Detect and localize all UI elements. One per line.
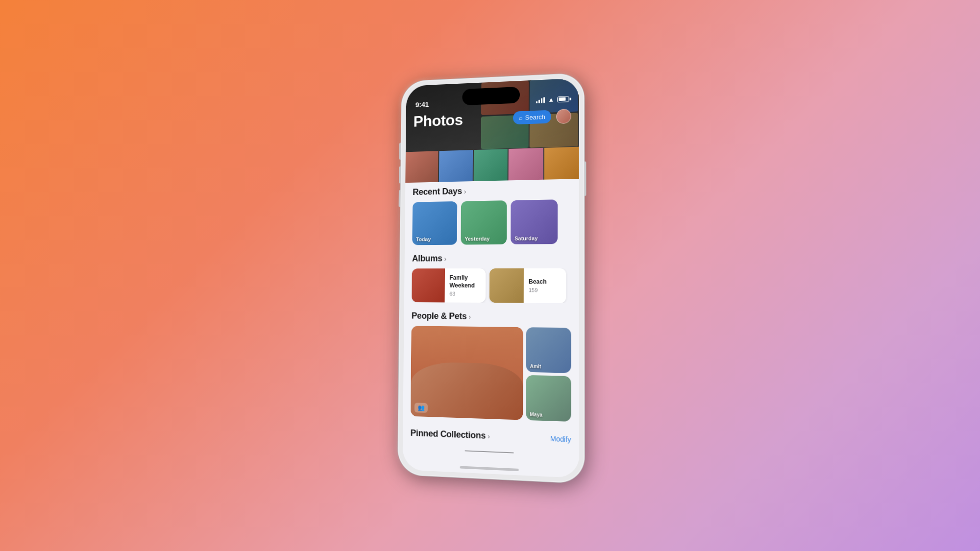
album-count-family: 63 bbox=[449, 290, 481, 296]
day-label-yesterday: Yesterday bbox=[465, 236, 490, 241]
phone-shell: 9:41 ▲ bbox=[398, 73, 585, 483]
album-beach[interactable]: Beach 159 bbox=[490, 268, 566, 303]
strip-thumb-4[interactable] bbox=[509, 147, 543, 180]
modify-button[interactable]: Modify bbox=[550, 434, 571, 443]
recent-days-section: Recent Days › Today Yesterday Saturday bbox=[405, 184, 579, 245]
album-thumb-family bbox=[412, 268, 445, 302]
phone-screen: 9:41 ▲ bbox=[402, 78, 579, 478]
strip-thumb-2[interactable] bbox=[439, 150, 473, 182]
day-card-yesterday[interactable]: Yesterday bbox=[461, 200, 507, 244]
day-card-today[interactable]: Today bbox=[412, 201, 457, 244]
people-pets-header[interactable]: People & Pets › bbox=[412, 311, 571, 322]
search-button[interactable]: ⌕ Search bbox=[513, 110, 551, 124]
people-grid: 👥 Amit Maya bbox=[411, 326, 571, 422]
person-name-amit: Amit bbox=[530, 363, 541, 369]
header-actions: ⌕ Search bbox=[513, 108, 571, 125]
pinned-underline bbox=[403, 442, 579, 458]
pinned-header-left[interactable]: Pinned Collections › bbox=[410, 428, 490, 441]
wifi-icon: ▲ bbox=[548, 96, 554, 103]
day-label-today: Today bbox=[416, 236, 431, 242]
strip-thumb-5[interactable] bbox=[544, 146, 579, 179]
people-pets-chevron: › bbox=[468, 312, 471, 320]
strip-thumb-3[interactable] bbox=[473, 149, 508, 181]
album-name-family: Family Weekend bbox=[449, 274, 481, 289]
album-family-weekend[interactable]: Family Weekend 63 bbox=[412, 268, 486, 303]
recent-days-chevron: › bbox=[464, 188, 466, 195]
album-info-beach: Beach 159 bbox=[524, 268, 552, 303]
albums-chevron: › bbox=[444, 255, 446, 263]
person-name-maya: Maya bbox=[530, 411, 542, 417]
status-icons: ▲ bbox=[536, 95, 569, 104]
person-large-card[interactable]: 👥 bbox=[411, 326, 523, 420]
days-row: Today Yesterday Saturday bbox=[412, 199, 571, 245]
album-info-family: Family Weekend 63 bbox=[445, 268, 486, 303]
search-icon: ⌕ bbox=[519, 114, 523, 121]
album-name-beach: Beach bbox=[529, 278, 547, 286]
scroll-content: Recent Days › Today Yesterday Saturday bbox=[402, 179, 579, 478]
group-icon: 👥 bbox=[415, 403, 428, 413]
pinned-collections-section: Pinned Collections › Modify bbox=[403, 425, 579, 445]
search-label: Search bbox=[525, 113, 545, 121]
people-pets-section: People & Pets › 👥 bbox=[403, 311, 580, 422]
recent-days-title: Recent Days bbox=[413, 186, 462, 197]
album-count-beach: 159 bbox=[529, 287, 547, 293]
recent-days-header[interactable]: Recent Days › bbox=[413, 184, 571, 197]
strip-thumb-1[interactable] bbox=[405, 151, 439, 183]
phone-device: 9:41 ▲ bbox=[398, 73, 585, 483]
signal-icon bbox=[536, 96, 545, 103]
user-avatar[interactable] bbox=[556, 108, 571, 123]
day-label-saturday: Saturday bbox=[514, 235, 538, 241]
photo-strip bbox=[405, 146, 579, 183]
albums-header[interactable]: Albums › bbox=[412, 253, 571, 264]
people-pets-title: People & Pets bbox=[412, 311, 467, 321]
person-maya[interactable]: Maya bbox=[526, 375, 571, 421]
dynamic-island bbox=[462, 86, 520, 105]
albums-section: Albums › Family Weekend 63 bbox=[404, 253, 579, 303]
pinned-chevron: › bbox=[488, 432, 490, 440]
albums-row: Family Weekend 63 Beach 159 bbox=[412, 268, 571, 303]
home-indicator bbox=[460, 466, 518, 471]
status-time: 9:41 bbox=[416, 100, 429, 109]
person-amit[interactable]: Amit bbox=[526, 327, 571, 373]
pinned-title: Pinned Collections bbox=[410, 428, 486, 441]
album-thumb-beach bbox=[490, 268, 524, 303]
battery-icon bbox=[557, 96, 569, 102]
albums-title: Albums bbox=[412, 253, 442, 264]
day-card-saturday[interactable]: Saturday bbox=[511, 199, 558, 244]
app-title: Photos bbox=[413, 111, 463, 130]
